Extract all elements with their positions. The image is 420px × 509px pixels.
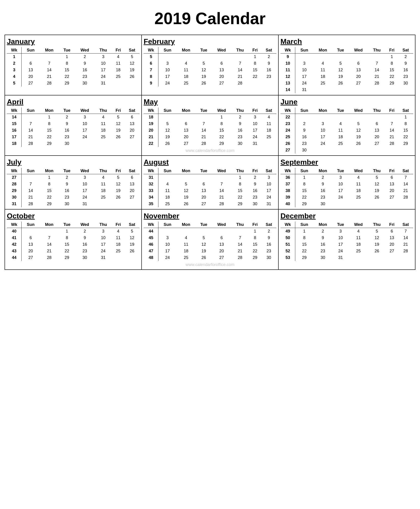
cell-4-6 (112, 140, 125, 147)
cell-0-1 (295, 114, 313, 121)
cell-0-4: 3 (75, 114, 95, 121)
cell-3-6: 26 (112, 134, 125, 140)
table-row: 4012345 (7, 228, 140, 235)
month-block-december: DecemberWkSunMonTueWedThuFriSat491234567… (279, 210, 415, 270)
col-header-wed: Wed (212, 107, 232, 114)
cell-4-6: 31 (249, 140, 262, 147)
cell-4-2: 25 (176, 254, 195, 261)
table-row: 4610111213141516 (144, 241, 276, 248)
cell-4-3: 26 (195, 80, 212, 87)
cell-3-0: 39 (280, 194, 295, 201)
cell-1-0: 2 (7, 60, 22, 67)
col-header-wed: Wed (75, 47, 95, 53)
cell-3-3: 23 (59, 134, 75, 140)
cell-3-7: 23 (261, 73, 276, 80)
cell-1-6: 12 (112, 121, 125, 127)
cell-2-0: 51 (280, 241, 295, 248)
cell-1-3: 5 (195, 60, 212, 67)
cell-1-3: 6 (195, 181, 212, 187)
cell-5-7 (398, 87, 413, 93)
table-row: 3525262728293031 (144, 201, 276, 207)
cell-0-5: 5 (368, 228, 385, 235)
cell-3-2: 18 (176, 73, 195, 80)
cell-2-3: 15 (59, 67, 75, 73)
cell-4-5 (368, 201, 385, 207)
watermark: www.calendarforoffice.com (144, 261, 276, 268)
col-header-wk: Wk (280, 222, 295, 228)
cell-3-0: 30 (7, 194, 22, 201)
col-header-wk: Wk (144, 47, 158, 53)
cell-2-2: 15 (40, 127, 59, 134)
cell-3-2: 22 (40, 194, 59, 201)
col-header-thu: Thu (231, 222, 248, 228)
table-row: 18282930 (7, 140, 140, 147)
cell-3-7: 23 (398, 73, 413, 80)
month-block-october: OctoberWkSunMonTueWedThuFriSat4012345416… (5, 210, 142, 270)
cell-1-0: 45 (144, 235, 158, 241)
cell-3-4: 24 (75, 134, 95, 140)
cell-2-6: 20 (386, 241, 398, 248)
col-header-sun: Sun (295, 107, 313, 114)
cell-0-7: 5 (125, 228, 140, 235)
cell-3-1: 21 (22, 134, 40, 140)
cell-0-0: 27 (7, 174, 22, 181)
cell-2-4: 16 (75, 67, 95, 73)
cell-2-1: 12 (158, 127, 176, 134)
cell-2-3: 17 (332, 241, 349, 248)
col-header-mon: Mon (313, 222, 332, 228)
table-row: 5115161718192021 (280, 241, 413, 248)
cell-4-7 (398, 201, 413, 207)
cell-3-3: 19 (195, 73, 212, 80)
cell-1-5: 7 (231, 235, 248, 241)
cell-3-7: 28 (398, 248, 413, 254)
table-row: 710111213141516 (144, 67, 276, 73)
col-header-fri: Fri (386, 168, 398, 174)
cell-0-5 (231, 53, 248, 60)
cell-4-5 (368, 254, 385, 261)
month-table-november: WkSunMonTueWedThuFriSat44124534567894610… (144, 222, 276, 261)
cell-5-4 (349, 87, 368, 93)
cell-1-2: 8 (40, 121, 59, 127)
cell-0-4 (349, 53, 368, 60)
cell-0-1 (158, 114, 176, 121)
cell-4-0: 44 (7, 254, 22, 261)
cell-0-2 (176, 53, 195, 60)
cell-0-1 (158, 228, 176, 235)
col-header-fri: Fri (249, 47, 262, 53)
cell-3-0: 52 (280, 248, 295, 254)
cell-0-4 (212, 174, 232, 181)
col-header-wk: Wk (144, 168, 158, 174)
month-title-july: July (7, 158, 140, 167)
col-header-tue: Tue (59, 168, 75, 174)
cell-1-5: 7 (368, 60, 385, 67)
cell-3-5: 25 (94, 194, 112, 201)
cell-4-5: 28 (368, 80, 385, 87)
cell-2-3: 13 (195, 187, 212, 194)
col-header-thu: Thu (94, 107, 112, 114)
col-header-fri: Fri (386, 107, 398, 114)
cell-2-2: 13 (176, 127, 195, 134)
cell-3-5: 20 (368, 134, 385, 140)
col-header-sat: Sat (398, 107, 413, 114)
cell-2-3: 16 (59, 187, 75, 194)
cell-3-3: 23 (59, 194, 75, 201)
cell-0-6: 1 (386, 53, 398, 60)
cell-4-4: 28 (212, 201, 232, 207)
cell-0-2: 1 (40, 174, 59, 181)
cell-4-1: 24 (295, 80, 313, 87)
cell-0-7: 2 (261, 53, 276, 60)
table-row: 1110111213141516 (280, 67, 413, 73)
cell-2-4: 18 (349, 187, 368, 194)
cell-2-3: 14 (195, 127, 212, 134)
cell-1-6: 13 (386, 181, 398, 187)
cell-0-4: 2 (75, 228, 95, 235)
cell-2-7: 19 (125, 241, 140, 248)
cell-3-4: 23 (75, 73, 95, 80)
cell-4-1: 24 (158, 254, 176, 261)
cell-0-5: 1 (231, 174, 248, 181)
cell-3-2: 19 (176, 194, 195, 201)
cell-3-1: 18 (158, 194, 176, 201)
table-row: 402930 (280, 201, 413, 207)
cell-0-3 (332, 53, 349, 60)
col-header-sun: Sun (295, 47, 313, 53)
